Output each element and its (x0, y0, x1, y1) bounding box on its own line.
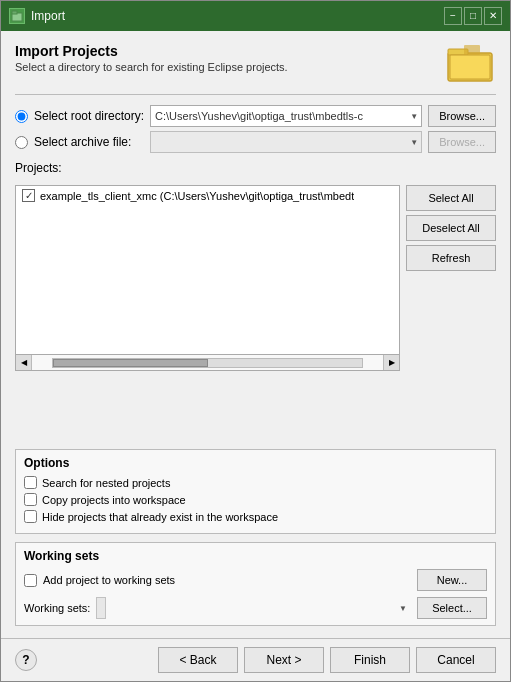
scrollbar-thumb[interactable] (53, 359, 208, 367)
cancel-button[interactable]: Cancel (416, 647, 496, 673)
scroll-left-button[interactable]: ◀ (16, 355, 32, 371)
radio-group: Select root directory: C:\Users\Yushev\g… (15, 105, 496, 153)
root-dir-radio[interactable] (15, 110, 28, 123)
scrollbar-track[interactable] (52, 358, 363, 368)
search-nested-checkbox[interactable] (24, 476, 37, 489)
search-nested-row: Search for nested projects (24, 476, 487, 489)
dialog-subtitle: Select a directory to search for existin… (15, 61, 288, 73)
options-title: Options (24, 456, 487, 470)
ws-dropdown-arrow-icon: ▼ (399, 604, 407, 613)
archive-row: Select archive file: ▼ Browse... (15, 131, 496, 153)
add-to-ws-checkbox[interactable] (24, 574, 37, 587)
select-ws-button[interactable]: Select... (417, 597, 487, 619)
new-ws-button[interactable]: New... (417, 569, 487, 591)
options-section: Options Search for nested projects Copy … (15, 449, 496, 534)
working-sets-section: Working sets Add project to working sets… (15, 542, 496, 626)
project-checkbox[interactable]: ✓ (22, 189, 35, 202)
header-text: Import Projects Select a directory to se… (15, 43, 288, 73)
header-section: Import Projects Select a directory to se… (15, 43, 496, 84)
archive-dropdown-wrapper: ▼ (150, 131, 422, 153)
select-all-button[interactable]: Select All (406, 185, 496, 211)
minimize-button[interactable]: − (444, 7, 462, 25)
svg-rect-5 (464, 45, 480, 55)
svg-rect-4 (450, 55, 490, 79)
browse-archive-button[interactable]: Browse... (428, 131, 496, 153)
next-button[interactable]: Next > (244, 647, 324, 673)
copy-projects-label[interactable]: Copy projects into workspace (42, 494, 186, 506)
root-dir-select[interactable]: C:\Users\Yushev\git\optiga_trust\mbedtls… (150, 105, 422, 127)
nav-buttons: < Back Next > Finish Cancel (158, 647, 496, 673)
window-title: Import (31, 9, 65, 23)
horizontal-scrollbar[interactable]: ◀ ▶ (15, 355, 400, 371)
copy-projects-checkbox[interactable] (24, 493, 37, 506)
root-dir-label[interactable]: Select root directory: (34, 109, 144, 123)
hide-existing-label[interactable]: Hide projects that already exist in the … (42, 511, 278, 523)
browse-root-button[interactable]: Browse... (428, 105, 496, 127)
dialog-title: Import Projects (15, 43, 288, 59)
folder-icon (446, 39, 496, 84)
add-to-ws-row: Add project to working sets New... (24, 569, 487, 591)
close-button[interactable]: ✕ (484, 7, 502, 25)
projects-area: ✓ example_tls_client_xmc (C:\Users\Yushe… (15, 185, 496, 441)
ws-label: Working sets: (24, 602, 90, 614)
dialog-content: Import Projects Select a directory to se… (1, 31, 510, 638)
finish-button[interactable]: Finish (330, 647, 410, 673)
root-dir-dropdown-wrapper: C:\Users\Yushev\git\optiga_trust\mbedtls… (150, 105, 422, 127)
import-dialog: Import − □ ✕ Import Projects Select a di… (0, 0, 511, 682)
projects-label: Projects: (15, 161, 496, 175)
archive-radio[interactable] (15, 136, 28, 149)
archive-label[interactable]: Select archive file: (34, 135, 144, 149)
list-buttons: Select All Deselect All Refresh (406, 185, 496, 441)
scroll-right-button[interactable]: ▶ (383, 355, 399, 371)
projects-list[interactable]: ✓ example_tls_client_xmc (C:\Users\Yushe… (15, 185, 400, 355)
svg-rect-1 (12, 11, 17, 14)
search-nested-label[interactable]: Search for nested projects (42, 477, 170, 489)
hide-existing-checkbox[interactable] (24, 510, 37, 523)
title-bar: Import − □ ✕ (1, 1, 510, 31)
ws-select[interactable] (96, 597, 106, 619)
list-item[interactable]: ✓ example_tls_client_xmc (C:\Users\Yushe… (16, 186, 399, 205)
back-button[interactable]: < Back (158, 647, 238, 673)
project-name: example_tls_client_xmc (C:\Users\Yushev\… (40, 190, 354, 202)
hide-existing-row: Hide projects that already exist in the … (24, 510, 487, 523)
help-button[interactable]: ? (15, 649, 37, 671)
add-to-ws-label[interactable]: Add project to working sets (43, 574, 175, 586)
ws-input-row: Working sets: ▼ Select... (24, 597, 487, 619)
title-bar-left: Import (9, 8, 65, 24)
bottom-bar: ? < Back Next > Finish Cancel (1, 638, 510, 681)
refresh-button[interactable]: Refresh (406, 245, 496, 271)
deselect-all-button[interactable]: Deselect All (406, 215, 496, 241)
maximize-button[interactable]: □ (464, 7, 482, 25)
window-icon (9, 8, 25, 24)
title-bar-buttons: − □ ✕ (444, 7, 502, 25)
separator (15, 94, 496, 95)
root-dir-row: Select root directory: C:\Users\Yushev\g… (15, 105, 496, 127)
archive-select[interactable] (150, 131, 422, 153)
working-sets-title: Working sets (24, 549, 487, 563)
ws-dropdown-wrapper: ▼ (96, 597, 411, 619)
copy-projects-row: Copy projects into workspace (24, 493, 487, 506)
